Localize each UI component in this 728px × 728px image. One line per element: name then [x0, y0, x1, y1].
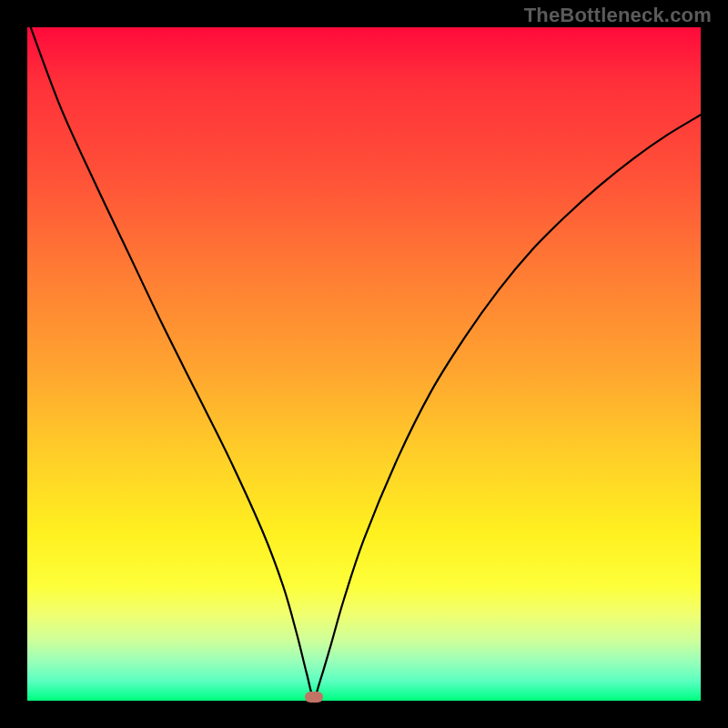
watermark-text: TheBottleneck.com — [524, 4, 712, 27]
curve-svg — [27, 27, 701, 701]
bottleneck-curve — [31, 27, 701, 697]
optimum-marker — [305, 692, 323, 703]
plot-area — [27, 27, 701, 701]
chart-frame: TheBottleneck.com — [0, 0, 728, 728]
